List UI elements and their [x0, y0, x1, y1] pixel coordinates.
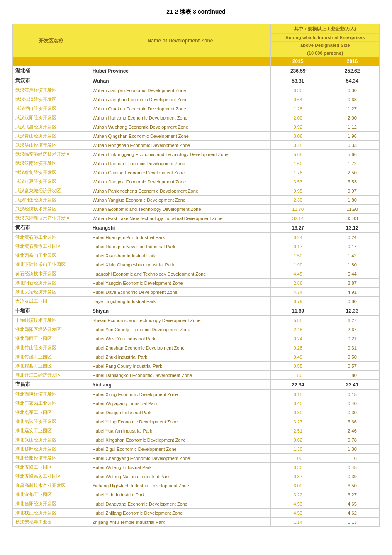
en-name: Wuhan Jianghan Economic Development Zone: [90, 95, 271, 104]
en-name: Hubei Xingshan Economic Development Zone: [90, 435, 271, 445]
val-2015: 0.64: [271, 95, 325, 104]
zone-row: 湖北阳新经济开发区 Hubei Yangxin Economic Develop…: [13, 279, 380, 288]
val-2015: 4.74: [271, 288, 325, 297]
zone-row: 湖北郧阳区经济开发区 Hubei Yun County Economic Dev…: [13, 325, 380, 334]
zone-row: 湖北下陆长乐山工业园区 Hubei Xialu Changleshan Indu…: [13, 260, 380, 269]
zone-row: 武汉青山经济开发区 Wuhan Qingshan Economic Develo…: [13, 132, 380, 141]
en-name: Hubei Huangshi New Port Industrial Park: [90, 242, 271, 251]
val-2015: 4.45: [271, 269, 325, 279]
zone-row: 湖北竹山经济开发区 Hubei Zhushan Economic Develop…: [13, 343, 380, 352]
val-2015: 1.50: [271, 251, 325, 260]
val-2016: 13.12: [325, 223, 380, 233]
val-2016: 2.46: [325, 426, 380, 435]
zh-name: 湖北伍家岗工业园区: [13, 399, 90, 408]
zone-row: 十堰经济技术开发区 Shiyan Economic and Technology…: [13, 316, 380, 325]
en-name: Hubei Xialu Changleshan Industrial Park: [90, 260, 271, 269]
en-name: Wuhan Hannan Economic Development Zone: [90, 159, 271, 168]
val-2016: 0.21: [325, 334, 380, 343]
en-name: Hubei Dangyang Economic Development Zone: [90, 499, 271, 509]
zh-name: 黄石经济技术开发区: [13, 269, 90, 279]
val-2016: 3.27: [325, 490, 380, 499]
zone-row: 湖北五峰工业园区 Hubei Wufeng Industrial Park 0.…: [13, 463, 380, 472]
val-2016: 2.50: [325, 168, 380, 177]
zone-row: 武汉硚口经济开发区 Wuhan Qiaokou Economic Develop…: [13, 104, 380, 113]
val-2015: 3.22: [271, 490, 325, 499]
zh-name: 湖北秭归经济开发区: [13, 445, 90, 454]
zh-name: 湖北郧西工业园区: [13, 334, 90, 343]
col-zh-label: [13, 57, 90, 66]
val-2016: 0.17: [325, 242, 380, 251]
en-name: Wuhan Wuchang Economic Development Zone: [90, 122, 271, 132]
en-name: Hubei Xisaishan Industrial Park: [90, 251, 271, 260]
val-2015: 11.69: [271, 306, 325, 316]
zh-name: 武汉江汉经济开发区: [13, 95, 90, 104]
val-2016: 0.80: [325, 297, 380, 306]
en-name: Hubei West Yun Industrial Park: [90, 334, 271, 343]
val-2016: 1.80: [325, 196, 380, 205]
en-name: Daye Lingcheng Industrial Park: [90, 297, 271, 306]
col-stats-header-en1: Among which, Industrial Enterprises: [271, 34, 380, 42]
en-name: Hubei Dianjun Industrial Park: [90, 408, 271, 417]
zone-row: 湖北郧西工业园区 Hubei West Yun Industrial Park …: [13, 334, 380, 343]
zh-name: 湖北黄石新港工业园区: [13, 242, 90, 251]
zh-name: 湖北阳新经济开发区: [13, 279, 90, 288]
zh-name: 武汉阳逻经济开发区: [13, 196, 90, 205]
zh-name: 武汉蔡甸经济开发区: [13, 168, 90, 177]
val-2016: 54.34: [325, 76, 380, 86]
zh-name: 十堰市: [13, 306, 90, 316]
val-2016: 0.31: [325, 343, 380, 352]
val-2015: 4.53: [271, 509, 325, 518]
zone-row: 武汉武昌经济开发区 Wuhan Wuchang Economic Develop…: [13, 122, 380, 132]
en-name: Huangshi: [90, 223, 271, 233]
zone-row: 湖北五峰民族工业园区 Hubei Wufeng National Industr…: [13, 472, 380, 481]
zone-row: 黄石经济技术开发区 Huangshi Economic and Technolo…: [13, 269, 380, 279]
en-name: Wuhan Yangluo Economic Development Zone: [90, 196, 271, 205]
val-2016: 0.45: [325, 463, 380, 472]
zh-name: 武汉市: [13, 76, 90, 86]
zone-row: 武汉盘龙城经济开发区 Wuhan Panlongcheng Economic D…: [13, 186, 380, 196]
val-2016: 33.43: [325, 214, 380, 223]
zh-name: 宜昌高新技术产业开发区: [13, 481, 90, 490]
en-name: Wuhan Jiangxia Economic Development Zone: [90, 177, 271, 186]
val-2016: 1.27: [325, 104, 380, 113]
zone-row: 湖北黄石新港工业园区 Hubei Huangshi New Port Indus…: [13, 242, 380, 251]
zh-name: 武汉经济技术开发区: [13, 205, 90, 214]
zh-name: 武汉东湖新技术产业开发区: [13, 214, 90, 223]
zone-row: 湖北西塞山工业园区 Hubei Xisaishan Industrial Par…: [13, 251, 380, 260]
zh-name: 湖北宜都工业园区: [13, 490, 90, 499]
val-2015: 0.24: [271, 233, 325, 242]
val-2016: 1.16: [325, 454, 380, 463]
zh-name: 湖北夷陵经济开发区: [13, 417, 90, 426]
en-name: Wuhan: [90, 76, 271, 86]
zh-name: 十堰经济技术开发区: [13, 316, 90, 325]
city-row: 宜昌市 Yichang 22.34 23.41: [13, 380, 380, 390]
en-name: Hubei Province: [90, 66, 271, 76]
zone-row: 武汉东湖新技术产业开发区 Wuhan East Lake New Technol…: [13, 214, 380, 223]
zh-name: 湖北黄石港工业园区: [13, 233, 90, 242]
val-2015: 3.06: [271, 132, 325, 141]
col-stats-header-en2: above Designated Size: [271, 42, 380, 49]
val-2016: 3.53: [325, 177, 380, 186]
zh-name: 湖北下陆长乐山工业园区: [13, 260, 90, 269]
zh-name: 武汉江夏经济开发区: [13, 177, 90, 186]
zone-row: 湖北长阳经济开发区 Hubei Changyang Economic Devel…: [13, 454, 380, 463]
val-2015: 2.00: [271, 113, 325, 122]
val-2015: 0.17: [271, 242, 325, 251]
col-zh-header: 开发区名称: [13, 24, 90, 57]
en-name: Zhijiang Anfu Temple Industrial Park: [90, 518, 271, 527]
val-2015: 1.60: [271, 159, 325, 168]
val-2016: 252.62: [325, 66, 380, 76]
en-name: Hubei Wufeng National Industrial Park: [90, 472, 271, 481]
val-2015: 0.30: [271, 86, 325, 95]
en-name: Hubei Yun County Economic Development Zo…: [90, 325, 271, 334]
zone-row: 湖北兴山经济开发区 Hubei Xingshan Economic Develo…: [13, 435, 380, 445]
val-2016: 1.72: [325, 159, 380, 168]
zh-name: 湖北长阳经济开发区: [13, 454, 90, 463]
zone-row: 湖北伍家岗工业园区 Hubei Wujiagang Industrial Par…: [13, 399, 380, 408]
en-name: Hubei Zhuxi Industrial Park: [90, 352, 271, 362]
zone-row: 宜昌高新技术产业开发区 Yichang High-tech Industrial…: [13, 481, 380, 490]
val-2016: 0.30: [325, 86, 380, 95]
val-2015: 0.62: [271, 435, 325, 445]
zh-name: 湖北远安工业园区: [13, 426, 90, 435]
val-2015: 0.28: [271, 343, 325, 352]
